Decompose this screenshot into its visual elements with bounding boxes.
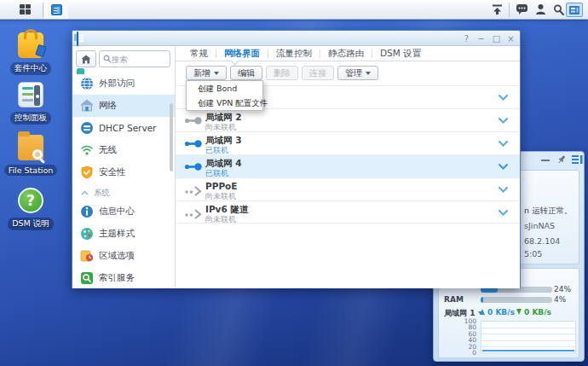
control-panel-window: 控制面板 ? − □ × 外部访问 网络 bbox=[72, 30, 521, 288]
add-button[interactable]: 新增 bbox=[186, 66, 227, 80]
package-center-icon bbox=[18, 32, 43, 58]
lan-connected-icon bbox=[184, 138, 203, 149]
globe-icon bbox=[80, 77, 94, 90]
pin-icon[interactable] bbox=[556, 154, 567, 165]
widgets-toggle-button[interactable] bbox=[566, 3, 583, 17]
chat-bubble-icon bbox=[516, 3, 528, 15]
close-button[interactable]: × bbox=[505, 33, 516, 44]
sidebar-item-label: DHCP Server bbox=[99, 123, 156, 133]
user-icon bbox=[535, 3, 546, 15]
home-button[interactable] bbox=[76, 50, 96, 67]
minimize-button[interactable]: − bbox=[476, 33, 487, 44]
shield-icon bbox=[80, 166, 94, 179]
eject-device-button[interactable] bbox=[487, 0, 506, 19]
sidebar-item-regional-options[interactable]: 区域选项 bbox=[72, 245, 175, 267]
tab-general[interactable]: 常规 bbox=[182, 46, 216, 61]
interface-row-ipv6-tunnel[interactable]: IPv6 隧道 尚未联机 bbox=[176, 200, 520, 224]
chevron-down-icon[interactable] bbox=[499, 187, 508, 193]
tab-static-route[interactable]: 静态路由 bbox=[320, 46, 372, 61]
search-icon bbox=[103, 55, 112, 63]
sidebar-section-label: 系统 bbox=[94, 188, 110, 199]
sidebar-section-system[interactable]: 系统 bbox=[72, 185, 175, 200]
edit-button[interactable]: 编辑 bbox=[230, 66, 262, 80]
sidebar-item-label: 无线 bbox=[99, 144, 117, 156]
sidebar-search bbox=[99, 50, 170, 67]
sidebar-item-label: 安全性 bbox=[99, 166, 126, 178]
region-clock-icon bbox=[80, 249, 94, 263]
ram-usage-bar bbox=[481, 297, 552, 303]
chevron-down-icon[interactable] bbox=[499, 141, 508, 147]
network-traffic-chart bbox=[481, 321, 576, 353]
control-panel-icon bbox=[51, 4, 62, 15]
desktop: 套件中心 控制面板 File Station ? DSM 说明 n 运转正常。 … bbox=[0, 0, 588, 366]
chevron-down-icon[interactable] bbox=[499, 118, 508, 124]
chevron-down-icon bbox=[366, 72, 371, 75]
connect-button[interactable]: 连接 bbox=[302, 66, 334, 80]
sidebar-item-wireless[interactable]: 无线 bbox=[72, 139, 175, 161]
home-icon bbox=[81, 55, 91, 64]
user-options-button[interactable] bbox=[532, 0, 549, 19]
lan-connected-icon bbox=[184, 161, 203, 172]
menu-item-create-bond[interactable]: 创建 Bond bbox=[187, 81, 262, 96]
desktop-icon-label: 套件中心 bbox=[10, 62, 51, 75]
chevron-down-icon[interactable] bbox=[499, 210, 508, 216]
sidebar-item-label: 索引服务 bbox=[99, 272, 135, 284]
sidebar-item-security[interactable]: 安全性 bbox=[72, 161, 175, 183]
notifications-button[interactable] bbox=[513, 0, 530, 19]
tab-network-interface[interactable]: 网络界面 bbox=[216, 46, 268, 61]
interface-row-lan3[interactable]: 局域网 3 已联机 bbox=[176, 131, 520, 154]
dialup-icon bbox=[184, 207, 203, 219]
desktop-icon-package-center[interactable]: 套件中心 bbox=[0, 32, 61, 75]
window-main: 常规 网络界面 流量控制 静态路由 DSM 设置 新增 编辑 删除 连接 管理 bbox=[176, 46, 520, 288]
help-icon: ? bbox=[18, 188, 43, 213]
desktop-icon-control-panel[interactable]: 控制面板 bbox=[0, 82, 61, 125]
network-house-icon bbox=[80, 99, 94, 113]
taskbar bbox=[0, 0, 588, 20]
download-arrow-icon bbox=[516, 309, 522, 315]
app-grid-icon bbox=[20, 4, 31, 15]
chevron-down-icon[interactable] bbox=[499, 164, 508, 170]
delete-button[interactable]: 删除 bbox=[266, 66, 298, 80]
search-input[interactable] bbox=[112, 55, 161, 64]
desktop-icon-dsm-help[interactable]: ? DSM 说明 bbox=[0, 188, 61, 230]
menu-item-create-vpn-profile[interactable]: 创建 VPN 配置文件 bbox=[187, 96, 262, 110]
chevron-down-icon bbox=[214, 72, 219, 75]
interface-row-lan4[interactable]: 局域网 4 已联机 bbox=[176, 154, 520, 177]
desktop-icon-file-station[interactable]: File Station bbox=[0, 135, 61, 177]
dialup-icon bbox=[184, 184, 203, 196]
sidebar-item-external-access[interactable]: 外部访问 bbox=[72, 73, 175, 95]
widget-minimize-icon[interactable] bbox=[541, 160, 550, 161]
search-button[interactable] bbox=[550, 0, 567, 19]
control-panel-icon bbox=[18, 82, 43, 107]
sidebar-item-network[interactable]: 网络 bbox=[72, 95, 175, 117]
sidebar-item-dhcp-server[interactable]: DHCP Server bbox=[72, 117, 175, 139]
sidebar-item-theme[interactable]: 主题样式 bbox=[72, 223, 175, 245]
chevron-down-icon[interactable] bbox=[499, 95, 508, 101]
desktop-icon-label: File Station bbox=[4, 165, 58, 176]
interface-row-pppoe[interactable]: PPPoE 尚未联机 bbox=[176, 177, 520, 200]
desktop-icon-label: DSM 说明 bbox=[8, 218, 54, 230]
maximize-button[interactable]: □ bbox=[491, 33, 502, 44]
sidebar-scrollbar[interactable] bbox=[170, 103, 173, 171]
download-speed: 0 KB/s bbox=[524, 308, 551, 317]
y-tick: 0 bbox=[454, 349, 476, 357]
manage-button[interactable]: 管理 bbox=[337, 66, 378, 80]
upload-arrow-icon bbox=[480, 309, 485, 315]
eject-icon bbox=[492, 4, 503, 15]
main-menu-button[interactable] bbox=[10, 0, 39, 19]
traffic-line-series bbox=[482, 350, 574, 351]
sidebar-item-label: 网络 bbox=[99, 100, 117, 112]
window-titlebar[interactable]: 控制面板 ? − □ × bbox=[72, 31, 520, 46]
desktop-icon-label: 控制面板 bbox=[10, 112, 51, 125]
add-dropdown-menu: 创建 Bond 创建 VPN 配置文件 bbox=[186, 80, 263, 111]
help-button[interactable]: ? bbox=[461, 33, 472, 44]
interface-row-lan2[interactable]: 局域网 2 尚未联机 bbox=[176, 108, 520, 131]
indexing-magnifier-icon bbox=[80, 271, 94, 285]
sidebar-item-info-center[interactable]: 信息中心 bbox=[72, 200, 175, 223]
sidebar-item-indexing-service[interactable]: 索引服务 bbox=[72, 267, 175, 289]
taskbar-separator bbox=[509, 3, 510, 17]
widget-panel-icon[interactable] bbox=[572, 155, 583, 165]
taskbar-app-control-panel[interactable] bbox=[44, 0, 68, 19]
tab-traffic-control[interactable]: 流量控制 bbox=[268, 46, 320, 61]
tab-dsm-settings[interactable]: DSM 设置 bbox=[372, 46, 429, 61]
